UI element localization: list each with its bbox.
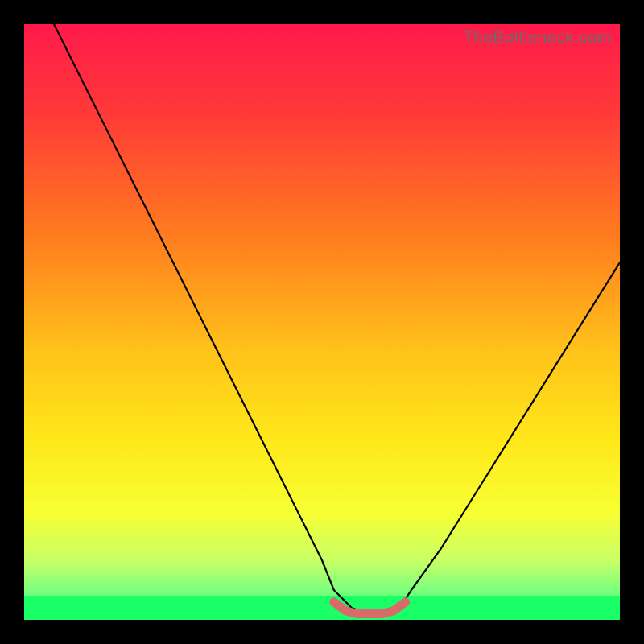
valley-highlight (334, 602, 406, 614)
chart-stage: TheBottleneck.com (0, 0, 644, 644)
bottleneck-curve (54, 24, 620, 614)
plot-area: TheBottleneck.com (24, 24, 620, 620)
curve-overlay (24, 24, 620, 620)
watermark-text: TheBottleneck.com (463, 27, 612, 47)
